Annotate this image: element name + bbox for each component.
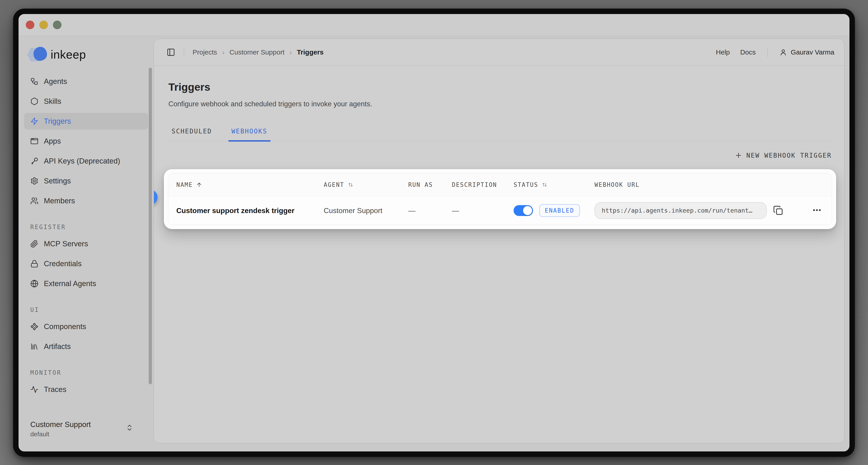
sidebar-item-label: Settings bbox=[44, 177, 71, 185]
activity-icon bbox=[30, 385, 38, 394]
sidebar-item-apps[interactable]: Apps bbox=[24, 133, 148, 149]
column-header-run-as: RUN AS bbox=[408, 181, 452, 188]
inkeep-logo: inkeep bbox=[27, 46, 148, 63]
tab-scheduled[interactable]: SCHEDULED bbox=[168, 127, 215, 141]
topbar: Projects › Customer Support › Triggers H… bbox=[154, 39, 844, 66]
breadcrumb-projects[interactable]: Projects bbox=[193, 49, 217, 56]
users-icon bbox=[30, 197, 38, 205]
user-name: Gaurav Varma bbox=[791, 49, 834, 56]
status-badge: ENABLED bbox=[539, 204, 580, 217]
inkeep-logo-wordmark: inkeep bbox=[51, 48, 86, 61]
sidebar-item-components[interactable]: Components bbox=[24, 318, 148, 335]
inkeep-logo-icon bbox=[27, 46, 47, 63]
table-row: Customer support zendesk trigger Custome… bbox=[168, 196, 832, 225]
trigger-tabs: SCHEDULED WEBHOOKS bbox=[168, 127, 832, 141]
window-titlebar bbox=[19, 14, 849, 36]
topbar-divider bbox=[767, 47, 768, 57]
breadcrumb-customer-support[interactable]: Customer Support bbox=[229, 49, 284, 56]
help-link[interactable]: Help bbox=[716, 49, 730, 56]
sidebar-item-label: Triggers bbox=[44, 117, 71, 125]
sidebar-item-label: Artifacts bbox=[44, 342, 71, 351]
trigger-status-cell: ENABLED bbox=[514, 204, 594, 217]
chevrons-up-down-icon bbox=[126, 424, 133, 432]
docs-link[interactable]: Docs bbox=[740, 49, 756, 56]
trigger-agent: Customer Support bbox=[324, 206, 408, 215]
sidebar-item-label: API Keys (Deprecated) bbox=[44, 157, 120, 165]
sidebar-item-label: Traces bbox=[44, 385, 66, 394]
component-icon bbox=[30, 322, 38, 331]
breadcrumb-triggers: Triggers bbox=[297, 49, 323, 56]
table-actions-row: NEW WEBHOOK TRIGGER bbox=[168, 148, 832, 163]
annotation-spotlight-card: 1 NAME AGENT bbox=[164, 169, 836, 229]
sidebar-item-settings[interactable]: Settings bbox=[24, 173, 148, 189]
webhook-triggers-table: NAME AGENT RUN AS bbox=[168, 173, 832, 225]
sidebar: inkeep Agents Skills Triggers bbox=[19, 36, 154, 452]
column-label: STATUS bbox=[514, 181, 538, 188]
hexagon-icon bbox=[30, 97, 38, 106]
column-header-status[interactable]: STATUS bbox=[514, 181, 594, 188]
column-header-description: DESCRIPTION bbox=[452, 181, 514, 188]
sidebar-item-credentials[interactable]: Credentials bbox=[24, 255, 148, 272]
column-label: WEBHOOK URL bbox=[594, 181, 640, 188]
trigger-description: — bbox=[452, 206, 514, 215]
sidebar-item-api-keys[interactable]: API Keys (Deprecated) bbox=[24, 153, 148, 169]
breadcrumb-separator: › bbox=[289, 48, 292, 57]
user-menu[interactable]: Gaurav Varma bbox=[779, 49, 834, 56]
sidebar-item-traces[interactable]: Traces bbox=[24, 381, 148, 398]
sidebar-item-label: External Agents bbox=[44, 279, 96, 288]
app-window: inkeep Agents Skills Triggers bbox=[13, 8, 855, 457]
column-header-agent[interactable]: AGENT bbox=[324, 181, 408, 188]
app-window-icon bbox=[30, 137, 38, 145]
sidebar-item-skills[interactable]: Skills bbox=[24, 93, 148, 110]
copy-url-button[interactable] bbox=[773, 205, 783, 216]
key-icon bbox=[30, 157, 38, 165]
sidebar-item-external-agents[interactable]: External Agents bbox=[24, 275, 148, 292]
sidebar-item-label: Apps bbox=[44, 137, 61, 145]
paperclip-icon bbox=[30, 240, 38, 248]
sidebar-item-triggers[interactable]: Triggers bbox=[24, 113, 148, 129]
page-content: Triggers Configure webhook and scheduled… bbox=[154, 66, 844, 443]
sidebar-toggle-button[interactable] bbox=[166, 48, 175, 57]
status-toggle[interactable] bbox=[514, 205, 533, 216]
main-panel: Projects › Customer Support › Triggers H… bbox=[154, 39, 844, 443]
lock-icon bbox=[30, 260, 38, 268]
close-window-button[interactable] bbox=[26, 21, 34, 29]
column-label: AGENT bbox=[324, 181, 344, 188]
library-icon bbox=[30, 342, 38, 351]
sidebar-nav: Agents Skills Triggers Apps bbox=[24, 73, 148, 401]
panel-left-icon bbox=[166, 48, 175, 57]
webhook-url-field[interactable]: https://api.agents.inkeep.com/run/tenant… bbox=[594, 202, 767, 219]
ellipsis-icon bbox=[812, 205, 822, 215]
column-header-name[interactable]: NAME bbox=[176, 181, 324, 188]
toggle-knob bbox=[523, 206, 532, 215]
tab-webhooks[interactable]: WEBHOOKS bbox=[228, 127, 271, 141]
sidebar-section-register: REGISTER bbox=[24, 224, 148, 230]
zoom-window-button[interactable] bbox=[53, 21, 61, 29]
sidebar-item-members[interactable]: Members bbox=[24, 193, 148, 209]
sidebar-scrollbar[interactable] bbox=[149, 68, 152, 384]
row-actions-menu-button[interactable] bbox=[812, 205, 827, 216]
sidebar-item-label: Skills bbox=[44, 97, 61, 106]
column-header-webhook-url: WEBHOOK URL bbox=[594, 181, 832, 188]
breadcrumb-separator: › bbox=[222, 48, 224, 57]
globe-icon bbox=[30, 280, 38, 288]
gear-icon bbox=[30, 177, 38, 185]
trigger-name: Customer support zendesk trigger bbox=[176, 206, 324, 215]
sidebar-item-mcp-servers[interactable]: MCP Servers bbox=[24, 235, 148, 252]
column-label: DESCRIPTION bbox=[452, 181, 497, 188]
sidebar-item-label: Agents bbox=[44, 77, 67, 86]
plus-icon bbox=[735, 151, 742, 159]
sidebar-item-artifacts[interactable]: Artifacts bbox=[24, 338, 148, 355]
trigger-webhook-url-cell: https://api.agents.inkeep.com/run/tenant… bbox=[594, 202, 832, 219]
topbar-divider bbox=[184, 47, 184, 57]
project-switcher-graph: default bbox=[30, 431, 142, 438]
minimize-window-button[interactable] bbox=[39, 21, 48, 29]
desktop-background: inkeep Agents Skills Triggers bbox=[0, 0, 868, 465]
sidebar-item-label: Members bbox=[44, 197, 75, 205]
table-header-row: NAME AGENT RUN AS bbox=[168, 173, 832, 196]
annotation-step-badge: 1 bbox=[154, 190, 158, 205]
sort-icon bbox=[347, 182, 354, 188]
sidebar-item-agents[interactable]: Agents bbox=[24, 73, 148, 90]
project-switcher[interactable]: Customer Support default bbox=[24, 418, 148, 438]
new-webhook-trigger-button[interactable]: NEW WEBHOOK TRIGGER bbox=[735, 151, 832, 159]
